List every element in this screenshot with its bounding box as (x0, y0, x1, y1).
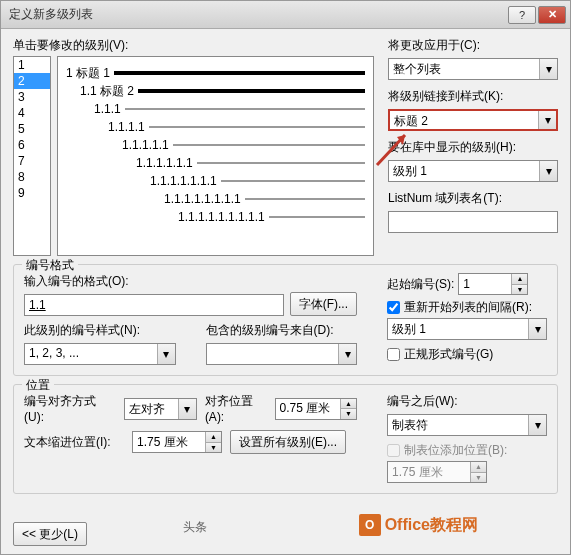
less-button[interactable]: << 更少(L) (13, 522, 87, 546)
spin-down-icon[interactable]: ▼ (205, 443, 221, 453)
text-indent-spinner[interactable]: ▲▼ (132, 431, 222, 453)
dialog-title: 定义新多级列表 (5, 6, 508, 23)
tab-stop-checkbox[interactable] (387, 444, 400, 457)
gallery-level-label: 要在库中显示的级别(H): (388, 139, 558, 156)
level-item[interactable]: 9 (14, 185, 50, 201)
close-button[interactable]: ✕ (538, 6, 566, 24)
level-item[interactable]: 2 (14, 73, 50, 89)
set-all-levels-button[interactable]: 设置所有级别(E)... (230, 430, 346, 454)
chevron-down-icon: ▾ (178, 399, 196, 419)
chevron-down-icon: ▾ (338, 344, 356, 364)
follow-number-dropdown[interactable]: 制表符 ▾ (387, 414, 547, 436)
chevron-down-icon: ▾ (539, 59, 557, 79)
chevron-down-icon: ▾ (538, 111, 556, 129)
watermark-icon: O (359, 514, 381, 536)
include-level-label: 包含的级别编号来自(D): (206, 322, 358, 339)
spin-up-icon[interactable]: ▲ (511, 274, 527, 285)
level-item[interactable]: 5 (14, 121, 50, 137)
preview-line: 1.1.1.1.1.1.1.1.1 (178, 210, 265, 224)
titlebar: 定义新多级列表 ? ✕ (1, 1, 570, 29)
preview-line: 1.1.1 (94, 102, 121, 116)
listnum-label: ListNum 域列表名(T): (388, 190, 558, 207)
level-item[interactable]: 4 (14, 105, 50, 121)
text-indent-label: 文本缩进位置(I): (24, 434, 124, 451)
chevron-down-icon: ▾ (157, 344, 175, 364)
include-level-dropdown[interactable]: ▾ (206, 343, 358, 365)
level-item[interactable]: 7 (14, 153, 50, 169)
apply-changes-label: 将更改应用于(C): (388, 37, 558, 54)
restart-list-checkbox[interactable] (387, 301, 400, 314)
chevron-down-icon: ▾ (528, 319, 546, 339)
position-legend: 位置 (22, 377, 54, 394)
font-button[interactable]: 字体(F)... (290, 292, 357, 316)
spin-up-icon[interactable]: ▲ (205, 432, 221, 443)
link-style-dropdown[interactable]: 标题 2 ▾ (388, 109, 558, 131)
number-style-dropdown[interactable]: 1, 2, 3, ... ▾ (24, 343, 176, 365)
tab-stop-spinner: ▲▼ (387, 461, 487, 483)
legal-format-label: 正规形式编号(G) (404, 346, 493, 363)
number-format-input-label: 输入编号的格式(O): (24, 273, 357, 290)
spin-down-icon[interactable]: ▼ (511, 285, 527, 295)
level-list[interactable]: 1 2 3 4 5 6 7 8 9 (13, 56, 51, 256)
link-style-label: 将级别链接到样式(K): (388, 88, 558, 105)
preview-pane: 1 标题 1 1.1 标题 2 1.1.1 1.1.1.1 1.1.1.1.1 … (57, 56, 374, 256)
restart-list-label: 重新开始列表的间隔(R): (404, 299, 532, 316)
spin-down-icon: ▼ (470, 473, 486, 483)
restart-level-dropdown[interactable]: 级别 1 ▾ (387, 318, 547, 340)
preview-line: 1.1.1.1 (108, 120, 145, 134)
chevron-down-icon: ▾ (528, 415, 546, 435)
number-style-label: 此级别的编号样式(N): (24, 322, 176, 339)
number-format-input[interactable] (24, 294, 284, 316)
follow-number-label: 编号之后(W): (387, 393, 547, 410)
legal-format-checkbox[interactable] (387, 348, 400, 361)
dialog: 定义新多级列表 ? ✕ 单击要修改的级别(V): 1 2 3 4 5 6 7 (0, 0, 571, 555)
start-at-spinner[interactable]: ▲▼ (458, 273, 528, 295)
listnum-input[interactable] (388, 211, 558, 233)
preview-line: 1.1.1.1.1.1.1.1 (164, 192, 241, 206)
level-item[interactable]: 1 (14, 57, 50, 73)
preview-line: 1.1.1.1.1.1 (136, 156, 193, 170)
preview-line: 1.1 标题 2 (80, 83, 134, 100)
aligned-at-label: 对齐位置(A): (205, 393, 267, 424)
watermark: O Office教程网 (359, 514, 478, 536)
number-format-group: 编号格式 输入编号的格式(O): 字体(F)... 此级别的编号样式(N): 1… (13, 264, 558, 376)
number-alignment-dropdown[interactable]: 左对齐 ▾ (124, 398, 197, 420)
preview-line: 1.1.1.1.1 (122, 138, 169, 152)
help-button[interactable]: ? (508, 6, 536, 24)
position-group: 位置 编号对齐方式(U): 左对齐 ▾ 对齐位置(A): ▲▼ (13, 384, 558, 494)
apply-changes-dropdown[interactable]: 整个列表 ▾ (388, 58, 558, 80)
spin-up-icon: ▲ (470, 462, 486, 473)
tagline: 头条 (183, 519, 207, 536)
level-item[interactable]: 8 (14, 169, 50, 185)
level-item[interactable]: 3 (14, 89, 50, 105)
spin-up-icon[interactable]: ▲ (340, 399, 356, 410)
level-item[interactable]: 6 (14, 137, 50, 153)
level-to-modify-label: 单击要修改的级别(V): (13, 37, 374, 54)
spin-down-icon[interactable]: ▼ (340, 409, 356, 419)
preview-line: 1 标题 1 (66, 65, 110, 82)
aligned-at-spinner[interactable]: ▲▼ (275, 398, 358, 420)
titlebar-buttons: ? ✕ (508, 6, 566, 24)
tab-stop-label: 制表位添加位置(B): (404, 442, 507, 459)
number-alignment-label: 编号对齐方式(U): (24, 393, 116, 424)
start-at-label: 起始编号(S): (387, 276, 454, 293)
gallery-level-dropdown[interactable]: 级别 1 ▾ (388, 160, 558, 182)
preview-line: 1.1.1.1.1.1.1 (150, 174, 217, 188)
number-format-legend: 编号格式 (22, 257, 78, 274)
chevron-down-icon: ▾ (539, 161, 557, 181)
